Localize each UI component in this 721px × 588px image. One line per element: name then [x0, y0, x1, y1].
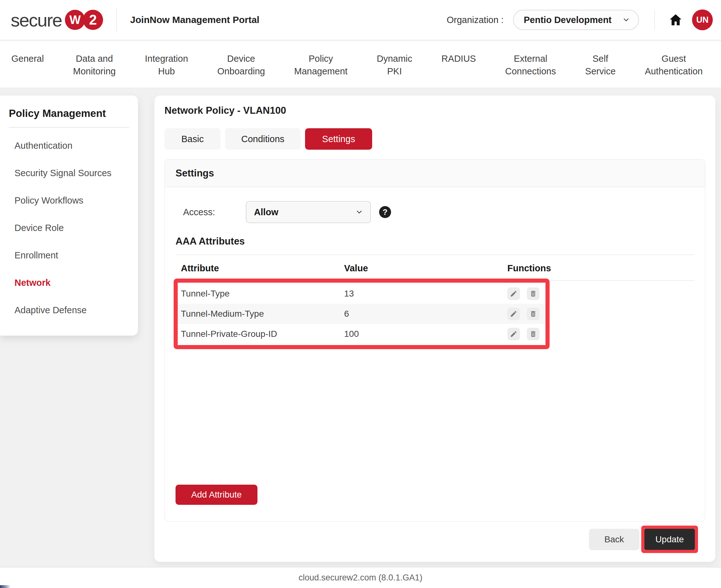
- trash-icon: [529, 290, 537, 297]
- header-divider: [116, 8, 117, 32]
- attribute-cell: Tunnel-Private-Group-ID: [181, 329, 344, 339]
- sidebar-item-network[interactable]: Network: [0, 269, 138, 296]
- organization-value: Pentio Development: [524, 15, 612, 25]
- annotation-box-update: Update: [641, 526, 698, 553]
- home-button[interactable]: [667, 12, 684, 28]
- edit-button[interactable]: [507, 287, 520, 300]
- chevron-down-icon: [355, 208, 363, 216]
- logo-text-secure: secure: [11, 9, 62, 30]
- attribute-cell: Tunnel-Type: [181, 289, 344, 299]
- main-navbar: General Data and Monitoring Integration …: [0, 41, 721, 88]
- policy-management-sidebar: Policy Management Authentication Securit…: [0, 96, 138, 336]
- home-icon: [669, 13, 683, 27]
- row-actions: [507, 328, 546, 340]
- bottom-left-widget-sliver: [0, 585, 11, 588]
- user-avatar[interactable]: UN: [692, 9, 713, 30]
- organization-dropdown[interactable]: Pentio Development: [513, 10, 639, 30]
- logo-circle-2: 2: [83, 10, 103, 30]
- nav-item-general[interactable]: General: [11, 52, 44, 65]
- access-select-value: Allow: [254, 207, 278, 217]
- value-cell: 6: [344, 309, 507, 319]
- settings-panel: Settings Access: Allow ? AAA Attributes …: [165, 159, 705, 522]
- sidebar-title: Policy Management: [9, 107, 129, 120]
- settings-panel-body: Access: Allow ? AAA Attributes Attribute…: [165, 187, 705, 519]
- settings-panel-title: Settings: [165, 160, 705, 187]
- page-footer: cloud.securew2.com (8.0.1.GA1): [0, 567, 721, 588]
- update-button[interactable]: Update: [644, 529, 695, 550]
- portal-title: JoinNow Management Portal: [130, 15, 259, 25]
- page-title: Network Policy - VLAN100: [165, 105, 705, 116]
- sidebar-list: Authentication Security Signal Sources P…: [0, 132, 138, 324]
- nav-item-guest-authentication[interactable]: Guest Authentication: [645, 52, 703, 78]
- organization-label: Organization :: [447, 15, 504, 25]
- column-header-functions: Functions: [507, 263, 694, 274]
- nav-item-self-service[interactable]: Self Service: [585, 52, 616, 78]
- nav-item-external-connections[interactable]: External Connections: [505, 52, 556, 78]
- delete-button[interactable]: [527, 287, 539, 300]
- aaa-attributes-title: AAA Attributes: [175, 236, 694, 247]
- sidebar-item-adaptive-defense[interactable]: Adaptive Defense: [0, 296, 138, 324]
- value-cell: 13: [344, 289, 507, 299]
- sidebar-item-security-signal-sources[interactable]: Security Signal Sources: [0, 160, 138, 187]
- tab-settings[interactable]: Settings: [305, 128, 372, 150]
- pencil-icon: [510, 310, 517, 318]
- value-cell: 100: [344, 329, 507, 339]
- chevron-down-icon: [622, 16, 630, 24]
- pencil-icon: [510, 290, 517, 297]
- sidebar-item-policy-workflows[interactable]: Policy Workflows: [0, 187, 138, 214]
- attribute-cell: Tunnel-Medium-Type: [181, 309, 344, 319]
- table-row-tunnel-private-group-id: Tunnel-Private-Group-ID 100: [178, 324, 546, 344]
- card-actions: Back Update: [165, 526, 705, 553]
- nav-item-data-and-monitoring[interactable]: Data and Monitoring: [73, 52, 115, 78]
- table-row-tunnel-type: Tunnel-Type 13: [178, 284, 546, 304]
- help-icon[interactable]: ?: [379, 206, 391, 218]
- sidebar-item-enrollment[interactable]: Enrollment: [0, 242, 138, 269]
- row-actions: [507, 308, 546, 320]
- delete-button[interactable]: [527, 328, 539, 340]
- table-row-tunnel-medium-type: Tunnel-Medium-Type 6: [178, 304, 546, 324]
- aaa-table-header: Attribute Value Functions: [175, 255, 694, 281]
- sidebar-item-authentication[interactable]: Authentication: [0, 132, 138, 160]
- sidebar-divider: [9, 127, 129, 128]
- header-right: Organization : Pentio Development UN: [447, 9, 721, 30]
- header-divider: [654, 10, 655, 30]
- edit-button[interactable]: [507, 328, 520, 340]
- back-button[interactable]: Back: [589, 529, 639, 550]
- policy-tabs: Basic Conditions Settings: [165, 128, 705, 150]
- top-header: secure W 2 JoinNow Management Portal Org…: [0, 0, 721, 40]
- logo-circle-w: W: [65, 10, 85, 30]
- nav-item-integration-hub[interactable]: Integration Hub: [145, 52, 188, 78]
- nav-item-radius[interactable]: RADIUS: [442, 52, 476, 65]
- content-area: Policy Management Authentication Securit…: [0, 89, 721, 567]
- securew2-logo[interactable]: secure W 2: [11, 9, 103, 30]
- trash-icon: [529, 310, 537, 318]
- access-select[interactable]: Allow: [246, 201, 371, 223]
- access-label: Access:: [183, 207, 246, 217]
- tab-basic[interactable]: Basic: [165, 128, 220, 150]
- add-attribute-button[interactable]: Add Attribute: [175, 485, 257, 505]
- tab-conditions[interactable]: Conditions: [225, 128, 301, 150]
- delete-button[interactable]: [527, 308, 539, 320]
- trash-icon: [529, 330, 537, 338]
- pencil-icon: [510, 330, 517, 338]
- column-header-value: Value: [344, 263, 507, 274]
- footer-text: cloud.securew2.com (8.0.1.GA1): [298, 573, 422, 583]
- row-actions: [507, 287, 546, 300]
- nav-item-policy-management[interactable]: Policy Management: [294, 52, 347, 78]
- nav-item-device-onboarding[interactable]: Device Onboarding: [217, 52, 265, 78]
- nav-item-dynamic-pki[interactable]: Dynamic PKI: [377, 52, 412, 78]
- access-row: Access: Allow ?: [175, 201, 694, 223]
- network-policy-card: Network Policy - VLAN100 Basic Condition…: [154, 96, 715, 562]
- sidebar-item-device-role[interactable]: Device Role: [0, 214, 138, 242]
- edit-button[interactable]: [507, 308, 520, 320]
- annotation-box-table: Tunnel-Type 13 Tunnel-Medium-Type 6: [174, 278, 550, 349]
- column-header-attribute: Attribute: [181, 263, 344, 274]
